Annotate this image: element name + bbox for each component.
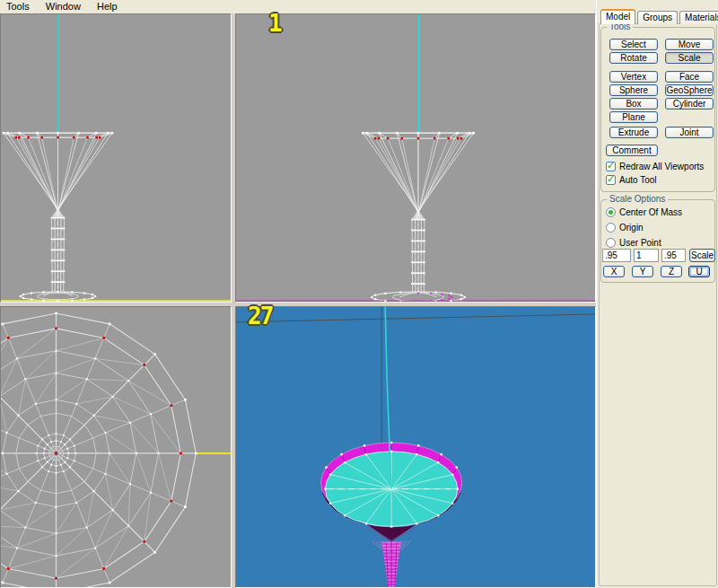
geosphere-button[interactable]: GeoSphere xyxy=(665,84,714,96)
radio-icon xyxy=(606,238,616,248)
axis-z-button[interactable]: Z xyxy=(661,266,682,277)
move-button[interactable]: Move xyxy=(665,39,714,50)
select-button[interactable]: Select xyxy=(609,39,658,50)
viewport-front-left[interactable] xyxy=(0,13,232,303)
side-panel: ModelGroupsMaterialsJoints Tools Select … xyxy=(596,0,718,588)
menu-tools[interactable]: Tools xyxy=(0,0,37,13)
frame-number-label: 1 xyxy=(268,12,281,35)
checkbox-box: ✓ xyxy=(606,162,616,171)
perspective-view-canvas[interactable] xyxy=(236,307,595,587)
radio-icon xyxy=(606,207,616,217)
extrude-button[interactable]: Extrude xyxy=(609,127,658,138)
vertex-button[interactable]: Vertex xyxy=(609,71,658,83)
radio-label: Center Of Mass xyxy=(619,207,682,217)
menu-window[interactable]: Window xyxy=(39,0,88,13)
checkbox-box: ✓ xyxy=(606,175,616,185)
panel-tabs: ModelGroupsMaterialsJoints xyxy=(600,9,718,24)
scale-y-input[interactable] xyxy=(634,249,659,262)
menu-bar: Tools Window Help xyxy=(0,0,596,13)
scale-options-label: Scale Options xyxy=(607,194,668,204)
cylinder-button[interactable]: Cylinder xyxy=(665,98,714,110)
viewport-top[interactable] xyxy=(0,306,232,588)
joint-button[interactable]: Joint xyxy=(665,127,714,138)
check-icon: ✓ xyxy=(607,161,615,171)
scale-x-input[interactable] xyxy=(602,249,631,262)
box-button[interactable]: Box xyxy=(609,98,658,110)
tab-groups[interactable]: Groups xyxy=(637,11,678,24)
rotate-button[interactable]: Rotate xyxy=(609,52,658,64)
radio-label: User Point xyxy=(619,238,661,248)
axis-x-button[interactable]: X xyxy=(603,266,625,277)
radio-origin[interactable]: Origin xyxy=(606,222,644,233)
tab-materials[interactable]: Materials xyxy=(679,11,718,24)
viewport-3d[interactable] xyxy=(235,306,596,588)
scale-button[interactable]: Scale xyxy=(665,52,714,64)
frame-number-label-2: 27 xyxy=(248,304,272,328)
plane-button[interactable]: Plane xyxy=(609,111,658,123)
tab-model[interactable]: Model xyxy=(600,9,635,24)
top-view-canvas[interactable] xyxy=(1,307,231,587)
front-view-canvas[interactable] xyxy=(1,14,231,302)
radio-dot-icon xyxy=(609,210,613,215)
radio-label: Origin xyxy=(619,223,644,233)
checkbox-redraw-all-viewports[interactable]: ✓Redraw All Viewports xyxy=(606,161,704,171)
checkbox-auto-tool[interactable]: ✓Auto Tool xyxy=(606,174,657,185)
axis-u-button[interactable]: U xyxy=(688,266,710,277)
check-icon: ✓ xyxy=(607,174,615,184)
menu-help[interactable]: Help xyxy=(91,0,125,13)
axis-y-button[interactable]: Y xyxy=(632,266,653,277)
checkbox-label: Auto Tool xyxy=(619,175,657,185)
radio-user-point[interactable]: User Point xyxy=(606,237,661,248)
radio-center-of-mass[interactable]: Center Of Mass xyxy=(606,206,682,217)
scale-z-input[interactable] xyxy=(661,249,686,262)
checkbox-label: Redraw All Viewports xyxy=(619,162,704,171)
comment-button[interactable]: Comment xyxy=(606,145,658,156)
scale-apply-button[interactable]: Scale xyxy=(689,249,715,262)
sphere-button[interactable]: Sphere xyxy=(609,84,658,96)
front-view-canvas-2[interactable] xyxy=(236,14,595,302)
face-button[interactable]: Face xyxy=(665,71,714,83)
radio-icon xyxy=(606,223,616,233)
viewport-front-right[interactable] xyxy=(235,13,596,303)
